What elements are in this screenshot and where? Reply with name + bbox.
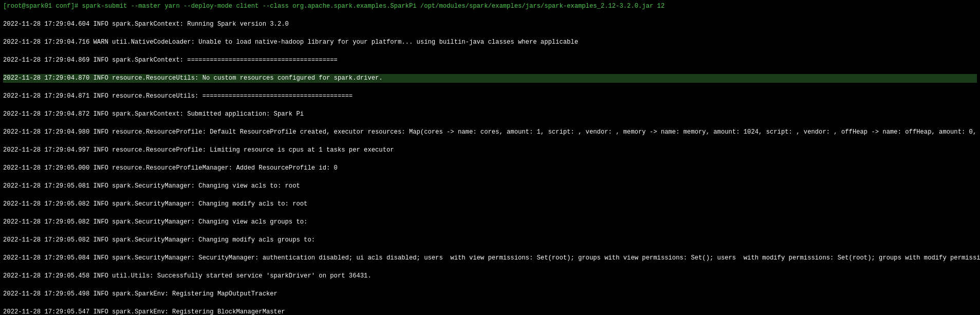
- terminal-line: 2022-11-28 17:29:04.869 INFO spark.Spark…: [3, 56, 977, 65]
- terminal-line: 2022-11-28 17:29:04.872 INFO spark.Spark…: [3, 110, 977, 119]
- terminal-line: 2022-11-28 17:29:04.997 INFO resource.Re…: [3, 146, 977, 155]
- terminal-line: 2022-11-28 17:29:05.000 INFO resource.Re…: [3, 164, 977, 173]
- terminal-line: [root@spark01 conf]# spark-submit --mast…: [3, 2, 977, 11]
- terminal-output: [root@spark01 conf]# spark-submit --mast…: [3, 2, 977, 315]
- terminal-line: 2022-11-28 17:29:04.604 INFO spark.Spark…: [3, 20, 977, 29]
- terminal-line: 2022-11-28 17:29:04.870 INFO resource.Re…: [3, 74, 977, 83]
- terminal-line: 2022-11-28 17:29:05.081 INFO spark.Secur…: [3, 182, 977, 191]
- terminal-line: 2022-11-28 17:29:05.547 INFO spark.Spark…: [3, 308, 977, 315]
- terminal-line: 2022-11-28 17:29:05.082 INFO spark.Secur…: [3, 218, 977, 227]
- terminal-line: 2022-11-28 17:29:04.716 WARN util.Native…: [3, 38, 977, 47]
- terminal-line: 2022-11-28 17:29:05.458 INFO util.Utils:…: [3, 272, 977, 281]
- terminal-line: 2022-11-28 17:29:04.871 INFO resource.Re…: [3, 92, 977, 101]
- terminal-window: [root@spark01 conf]# spark-submit --mast…: [0, 0, 980, 315]
- terminal-line: 2022-11-28 17:29:05.082 INFO spark.Secur…: [3, 200, 977, 209]
- terminal-line: 2022-11-28 17:29:05.082 INFO spark.Secur…: [3, 236, 977, 245]
- terminal-line: 2022-11-28 17:29:05.498 INFO spark.Spark…: [3, 290, 977, 299]
- terminal-line: 2022-11-28 17:29:05.084 INFO spark.Secur…: [3, 254, 977, 263]
- terminal-line: 2022-11-28 17:29:04.980 INFO resource.Re…: [3, 128, 977, 137]
